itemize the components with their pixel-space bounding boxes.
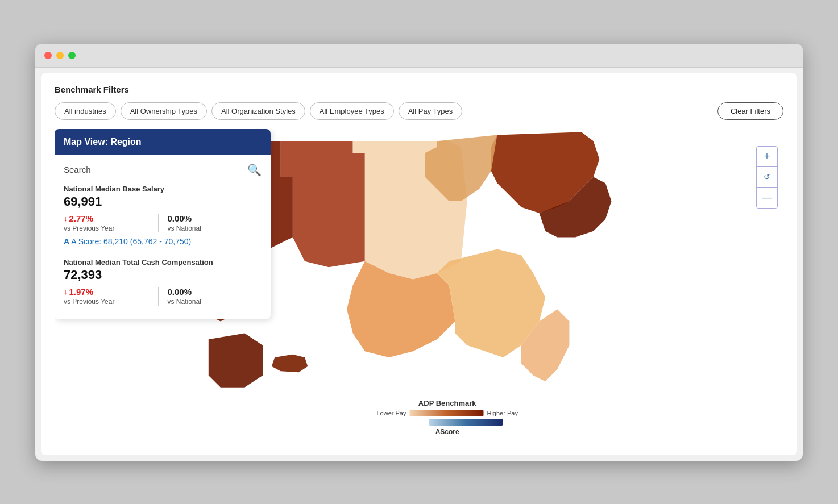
- tcc-prev-year-label: vs Previous Year: [64, 298, 158, 306]
- panel-header: Map View: Region: [55, 129, 271, 155]
- tcc-section: National Median Total Cash Compensation …: [64, 258, 262, 306]
- zoom-reset-button[interactable]: ↺: [757, 167, 777, 188]
- filter-pay-types[interactable]: All Pay Types: [399, 102, 463, 120]
- ascore-value: A A Score: 68,210 (65,762 - 70,750): [64, 237, 262, 246]
- base-prev-year-pct: ↓ 2.77%: [64, 214, 158, 223]
- ascore-gradient: [429, 419, 503, 426]
- base-salary-label: National Median Base Salary: [64, 185, 262, 193]
- filter-industries[interactable]: All industries: [55, 102, 116, 120]
- base-national-label: vs National: [168, 224, 262, 232]
- section-divider: [64, 252, 262, 252]
- search-label: Search: [64, 165, 91, 174]
- search-icon[interactable]: 🔍: [247, 163, 262, 177]
- app-window: Benchmark Filters All industries All Own…: [35, 44, 803, 461]
- map-area: Map View: Region ‹ Search 🔍 National Med…: [55, 129, 783, 441]
- benchmark-title: Benchmark Filters: [55, 85, 783, 94]
- tcc-national-col: 0.00% vs National: [158, 287, 262, 306]
- base-national-col: 0.00% vs National: [158, 214, 262, 232]
- ascore-legend-label: AScore: [435, 428, 459, 436]
- tcc-national-label: vs National: [168, 298, 262, 306]
- adp-benchmark-title: ADP Benchmark: [418, 399, 476, 407]
- tcc-national-pct: 0.00%: [168, 287, 262, 297]
- panel-title: Map View: Region: [64, 137, 142, 147]
- adp-benchmark-row: Lower Pay Higher Pay: [376, 410, 517, 416]
- adp-gradient: [409, 410, 483, 416]
- filter-org-styles[interactable]: All Organization Styles: [211, 102, 305, 120]
- tcc-value: 72,393: [64, 268, 262, 282]
- zoom-in-button[interactable]: +: [757, 147, 777, 167]
- higher-pay-label: Higher Pay: [487, 410, 517, 416]
- base-prev-year-col: ↓ 2.77% vs Previous Year: [64, 214, 158, 232]
- side-panel: Map View: Region ‹ Search 🔍 National Med…: [55, 129, 271, 319]
- search-row: Search 🔍: [64, 163, 262, 177]
- main-content: Benchmark Filters All industries All Own…: [41, 73, 797, 455]
- title-bar: [35, 44, 803, 68]
- base-prev-year-label: vs Previous Year: [64, 224, 158, 232]
- tcc-prev-year-pct: ↓ 1.97%: [64, 287, 158, 297]
- base-salary-section: National Median Base Salary 69,991 ↓ 2.7…: [64, 185, 262, 246]
- base-national-pct: 0.00%: [168, 214, 262, 223]
- base-salary-value: 69,991: [64, 194, 262, 209]
- minimize-button[interactable]: [56, 52, 64, 59]
- tcc-arrow-down-icon: ↓: [64, 288, 68, 296]
- filters-row: All industries All Ownership Types All O…: [55, 102, 783, 120]
- arrow-down-icon: ↓: [64, 214, 68, 223]
- maximize-button[interactable]: [68, 52, 76, 59]
- tcc-prev-year-col: ↓ 1.97% vs Previous Year: [64, 287, 158, 306]
- tcc-label: National Median Total Cash Compensation: [64, 258, 262, 266]
- panel-body: Search 🔍 National Median Base Salary 69,…: [55, 155, 271, 319]
- map-legend: ADP Benchmark Lower Pay Higher Pay AScor…: [376, 399, 517, 436]
- lower-pay-label: Lower Pay: [376, 410, 406, 416]
- clear-filters-button[interactable]: Clear Filters: [717, 102, 783, 120]
- ascore-row: [392, 419, 503, 426]
- zoom-controls: + ↺ —: [756, 146, 778, 209]
- base-salary-stats-row: ↓ 2.77% vs Previous Year 0.00% vs Nation…: [64, 214, 262, 232]
- filter-ownership[interactable]: All Ownership Types: [121, 102, 207, 120]
- tcc-stats-row: ↓ 1.97% vs Previous Year 0.00% vs Nation…: [64, 287, 262, 306]
- zoom-out-button[interactable]: —: [757, 188, 777, 208]
- close-button[interactable]: [44, 52, 52, 59]
- filter-employee-types[interactable]: All Employee Types: [310, 102, 394, 120]
